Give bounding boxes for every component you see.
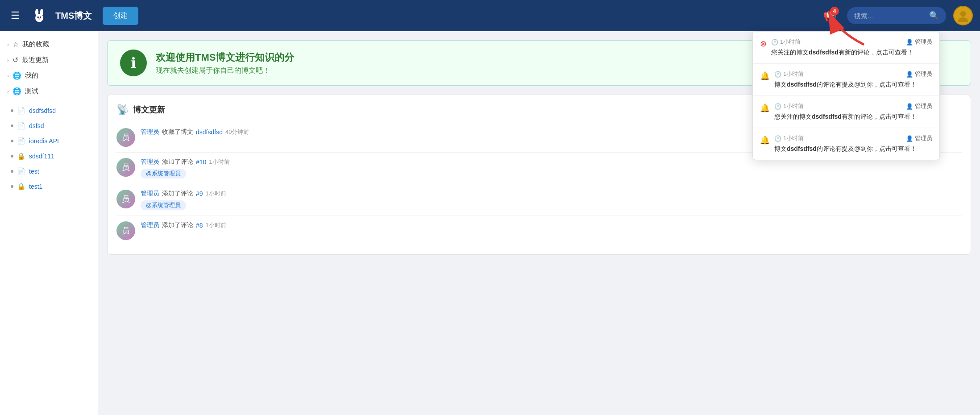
clock-icon: 🕐 bbox=[774, 135, 781, 142]
menu-icon[interactable]: ☰ bbox=[7, 6, 23, 25]
update-time: 1小时前 bbox=[206, 190, 226, 198]
update-item-3[interactable]: 员 管理员 添加了评论 #9 1小时前 @系统管理员 bbox=[116, 184, 962, 216]
notification-badge: 4 bbox=[830, 7, 839, 16]
svg-point-4 bbox=[40, 17, 42, 18]
sidebar-divider bbox=[0, 101, 98, 101]
user-avatar[interactable] bbox=[953, 6, 973, 25]
arrow-icon: › bbox=[7, 73, 9, 79]
update-content: 管理员 添加了评论 #8 1小时前 bbox=[141, 221, 962, 229]
sidebar-item-sdsdf111[interactable]: 🔒 sdsdf111 bbox=[0, 149, 98, 164]
dot-icon bbox=[11, 185, 13, 188]
notification-item-2[interactable]: 🔔 🕐 1小时前 👤 管理员 博文dsdfsdfsd的评论有提及@到你，点击可查… bbox=[753, 64, 939, 96]
user-icon: 👤 bbox=[906, 71, 913, 78]
app-title: TMS博文 bbox=[55, 10, 92, 22]
sidebar-item-recent[interactable]: › ↺ 最近更新 bbox=[0, 52, 98, 68]
notification-bell[interactable]: 📢 4 bbox=[819, 6, 840, 25]
sidebar-label: dsdfsdfsd bbox=[29, 107, 56, 114]
update-time: 1小时前 bbox=[206, 221, 226, 229]
error-icon: ⊗ bbox=[760, 39, 767, 49]
sidebar-item-test-section[interactable]: › 🌐 测试 bbox=[0, 83, 98, 99]
notif-time: 🕐 1小时前 bbox=[774, 102, 804, 110]
dot-icon bbox=[11, 109, 13, 112]
info-icon: ℹ bbox=[120, 50, 147, 76]
update-user: 管理员 bbox=[141, 221, 159, 229]
notif-time: 🕐 1小时前 bbox=[771, 38, 801, 46]
refresh-icon: ↺ bbox=[12, 56, 18, 64]
update-user: 管理员 bbox=[141, 158, 159, 166]
update-target[interactable]: #8 bbox=[196, 222, 203, 229]
arrow-icon: › bbox=[7, 88, 9, 95]
notif-text: 博文dsdfsdfsd的评论有提及@到你，点击可查看！ bbox=[774, 144, 932, 154]
sidebar-item-favorites[interactable]: › ☆ 我的收藏 bbox=[0, 37, 98, 52]
svg-point-2 bbox=[40, 9, 43, 16]
sidebar-item-mine[interactable]: › 🌐 我的 bbox=[0, 68, 98, 83]
arrow-icon: › bbox=[7, 57, 9, 63]
user-icon: 👤 bbox=[906, 135, 913, 142]
bell-icon: 🔔 bbox=[760, 71, 770, 81]
search-input[interactable] bbox=[854, 12, 926, 20]
updates-section-label: 博文更新 bbox=[133, 104, 165, 115]
sidebar-label: ioredis API bbox=[29, 137, 59, 145]
svg-point-3 bbox=[37, 17, 39, 18]
notification-body: 🕐 1小时前 👤 管理员 博文dsdfsdfsd的评论有提及@到你，点击可查看！ bbox=[774, 134, 932, 154]
update-action: 添加了评论 bbox=[162, 158, 193, 166]
create-button[interactable]: 创建 bbox=[103, 7, 138, 25]
sidebar-item-dsdfsdfsd[interactable]: 📄 dsdfsdfsd bbox=[0, 103, 98, 118]
notif-text: 您关注的博文dsdfsdfsd有新的评论，点击可查看！ bbox=[771, 48, 932, 57]
sidebar-mine-label: 我的 bbox=[25, 71, 38, 80]
notif-text: 博文dsdfsdfsd的评论有提及@到你，点击可查看！ bbox=[774, 80, 932, 89]
notif-time: 🕐 1小时前 bbox=[774, 134, 804, 142]
dot-icon bbox=[11, 140, 13, 142]
avatar: 员 bbox=[116, 158, 135, 177]
user-icon: 👤 bbox=[906, 103, 913, 110]
notification-body: 🕐 1小时前 👤 管理员 博文dsdfsdfsd的评论有提及@到你，点击可查看！ bbox=[774, 70, 932, 89]
update-time: 40分钟前 bbox=[225, 128, 249, 136]
logo bbox=[30, 7, 48, 25]
sidebar-item-ioredis[interactable]: 📄 ioredis API bbox=[0, 133, 98, 149]
notification-body: 🕐 1小时前 👤 管理员 您关注的博文dsdfsdfsd有新的评论，点击可查看！ bbox=[771, 38, 932, 57]
notification-item-3[interactable]: 🔔 🕐 1小时前 👤 管理员 您关注的博文dsdfsdfsd有新的评论，点击可查… bbox=[753, 96, 939, 128]
dot-icon bbox=[11, 155, 13, 158]
avatar: 员 bbox=[116, 221, 135, 240]
avatar: 员 bbox=[116, 190, 135, 208]
sidebar-test-label: 测试 bbox=[25, 87, 38, 95]
svg-point-1 bbox=[35, 9, 38, 16]
user-icon: 👤 bbox=[906, 39, 913, 46]
welcome-text: 欢迎使用TMS博文进行知识的分 现在就去创建属于你自己的博文吧！ bbox=[156, 51, 294, 75]
svg-point-5 bbox=[38, 18, 40, 20]
sidebar-item-test[interactable]: 📄 test bbox=[0, 164, 98, 179]
sidebar-label: dsfsd bbox=[29, 122, 44, 129]
file-icon: 📄 bbox=[17, 122, 25, 130]
sidebar-item-test1[interactable]: 🔒 test1 bbox=[0, 179, 98, 194]
notif-user: 👤 管理员 bbox=[906, 70, 932, 78]
lock-icon: 🔒 bbox=[17, 183, 25, 191]
svg-point-6 bbox=[960, 11, 966, 17]
bell-icon: 🔔 bbox=[760, 103, 770, 113]
globe-icon: 🌐 bbox=[12, 71, 21, 80]
update-item-4[interactable]: 员 管理员 添加了评论 #8 1小时前 bbox=[116, 216, 962, 245]
header: ☰ TMS博文 创建 📢 4 🔍 bbox=[0, 0, 980, 31]
file-icon: 📄 bbox=[17, 107, 25, 115]
update-action: 收藏了博文 bbox=[162, 128, 193, 136]
notification-body: 🕐 1小时前 👤 管理员 您关注的博文dsdfsdfsd有新的评论，点击可查看！ bbox=[774, 102, 932, 121]
search-icon: 🔍 bbox=[929, 11, 939, 21]
update-target[interactable]: dsdfsdfsd bbox=[196, 129, 223, 136]
file-icon: 📄 bbox=[17, 137, 25, 145]
update-tag: @系统管理员 bbox=[141, 169, 186, 178]
update-target[interactable]: #9 bbox=[196, 190, 203, 197]
notif-user: 👤 管理员 bbox=[906, 38, 932, 46]
update-user: 管理员 bbox=[141, 128, 159, 136]
clock-icon: 🕐 bbox=[774, 71, 781, 78]
notification-item-4[interactable]: 🔔 🕐 1小时前 👤 管理员 博文dsdfsdfsd的评论有提及@到你，点击可查… bbox=[753, 128, 939, 160]
update-content: 管理员 添加了评论 #10 1小时前 @系统管理员 bbox=[141, 158, 962, 178]
svg-point-7 bbox=[958, 17, 968, 22]
welcome-title: 欢迎使用TMS博文进行知识的分 bbox=[156, 51, 294, 64]
clock-icon: 🕐 bbox=[771, 39, 778, 46]
notification-dropdown: ⊗ 🕐 1小时前 👤 管理员 您关注的博文dsdfsdfsd有新的评论，点击可查… bbox=[752, 31, 940, 160]
lock-icon: 🔒 bbox=[17, 152, 25, 160]
update-target[interactable]: #10 bbox=[196, 158, 206, 166]
search-bar: 🔍 bbox=[847, 7, 946, 24]
sidebar-item-dsfsd[interactable]: 📄 dsfsd bbox=[0, 118, 98, 133]
notification-item-1[interactable]: ⊗ 🕐 1小时前 👤 管理员 您关注的博文dsdfsdfsd有新的评论，点击可查… bbox=[753, 32, 939, 64]
notif-text: 您关注的博文dsdfsdfsd有新的评论，点击可查看！ bbox=[774, 112, 932, 121]
